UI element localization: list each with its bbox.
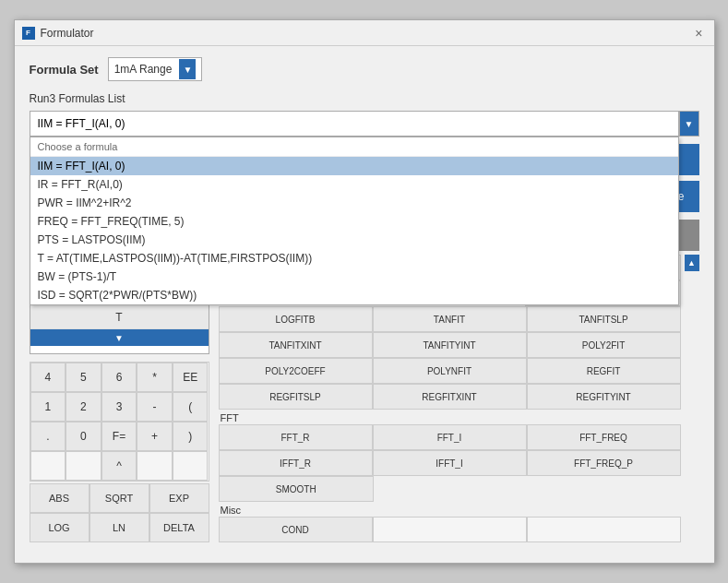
content-area: Formula Set 1mA Range ▼ Run3 Formulas Li… [15,46,714,553]
dropdown-item-5[interactable]: T = AT(TIME,LASTPOS(IIM))-AT(TIME,FIRSTP… [30,249,678,268]
formula-input-container: ▼ Choose a formula IIM = FFT_I(AI, 0) IR… [30,111,699,137]
fit-row-3: LOGFITB TANFIT TANFITSLP [219,306,681,332]
fn-TANFITYINT[interactable]: TANFITYINT [373,332,527,358]
fn-IFFT_R[interactable]: IFFT_R [219,450,373,476]
formula-set-row: Formula Set 1mA Range ▼ [30,57,699,81]
numpad-empty-4 [173,451,209,481]
fn-REGFITXINT[interactable]: REGFITXINT [373,384,527,410]
fn-FFT_R[interactable]: FFT_R [219,424,373,450]
fit-row-4: TANFITXINT TANFITYINT POLY2FIT [219,332,681,358]
dropdown-item-7[interactable]: ISD = SQRT(2*PWR/(PTS*BW)) [30,286,678,304]
fn-REGFITYINT[interactable]: REGFITYINT [527,384,681,410]
numpad-3[interactable]: 3 [101,392,137,422]
fft-section-label: FFT [219,410,681,424]
fn-misc-empty-2 [527,517,681,542]
numpad-EE[interactable]: EE [173,363,209,392]
misc-section-label: Misc [219,502,681,517]
numpad-rparen[interactable]: ) [173,422,209,451]
fn-TANFIT[interactable]: TANFIT [373,306,527,332]
func-LOG[interactable]: LOG [30,513,90,542]
misc-row-1: COND [219,517,681,542]
numpad-2[interactable]: 2 [66,392,101,422]
numpad-minus[interactable]: - [137,392,173,422]
dropdown-item-1[interactable]: IR = FFT_R(AI,0) [30,175,678,194]
func-SQRT[interactable]: SQRT [90,483,149,513]
numpad-mul[interactable]: * [137,363,173,392]
fn-IFFT_I[interactable]: IFFT_I [373,450,527,476]
formula-input[interactable] [30,111,679,137]
numpad-plus[interactable]: + [137,422,173,451]
fn-REGFITSLP[interactable]: REGFITSLP [219,384,373,410]
fn-LOGFITB[interactable]: LOGFITB [219,306,373,332]
formula-dropdown-arrow[interactable]: ▼ [679,111,699,137]
title-bar-left: F Formulator [22,27,94,40]
formula-dropdown-list: Choose a formula IIM = FFT_I(AI, 0) IR =… [30,137,679,305]
numpad-lparen[interactable]: ( [173,392,209,422]
fn-FFT_FREQ_P[interactable]: FFT_FREQ_P [527,450,681,476]
func-EXP[interactable]: EXP [149,483,209,513]
formula-set-value: 1mA Range [114,63,173,76]
fn-POLY2COEFF[interactable]: POLY2COEFF [219,358,373,384]
fn-TANFITSLP[interactable]: TANFITSLP [527,306,681,332]
numpad-0[interactable]: 0 [66,422,101,451]
fn-misc-empty-1 [373,517,527,542]
numpad-empty-2 [66,451,101,481]
fn-COND[interactable]: COND [219,517,373,542]
window-title: Formulator [41,27,94,40]
numpad-6[interactable]: 6 [101,363,137,392]
dropdown-header: Choose a formula [30,137,678,157]
formula-set-arrow[interactable]: ▼ [179,59,196,79]
fn-TANFITXINT[interactable]: TANFITXINT [219,332,373,358]
fft-row-2: IFFT_R IFFT_I FFT_FREQ_P [219,450,681,476]
fft-row-1: FFT_R FFT_I FFT_FREQ [219,424,681,450]
func-LN[interactable]: LN [90,513,149,542]
fn-POLY2FIT[interactable]: POLY2FIT [527,332,681,358]
fit-row-6: REGFITSLP REGFITXINT REGFITYINT [219,384,681,410]
fit-row-5: POLY2COEFF POLYNFIT REGFIT [219,358,681,384]
dropdown-item-4[interactable]: PTS = LASTPOS(IIM) [30,231,678,249]
numpad-row-2: 1 2 3 - ( [30,392,209,422]
fn-POLYNFIT[interactable]: POLYNFIT [373,358,527,384]
var-scroll-down[interactable]: ▼ [30,329,209,346]
numpad-5[interactable]: 5 [66,363,101,392]
numpad-Feq[interactable]: F= [101,422,137,451]
func-row-1: ABS SQRT EXP [30,483,209,513]
run3-label: Run3 Formulas List [30,92,699,105]
fft-row-3: SMOOTH [219,476,681,502]
func-ABS[interactable]: ABS [30,483,90,513]
formula-set-dropdown[interactable]: 1mA Range ▼ [108,57,203,81]
dropdown-item-3[interactable]: FREQ = FFT_FREQ(TIME, 5) [30,212,678,231]
numpad-4[interactable]: 4 [30,363,66,392]
fn-FFT_I[interactable]: FFT_I [373,424,527,450]
fn-SMOOTH[interactable]: SMOOTH [219,476,374,502]
app-icon: F [22,27,35,40]
fn-FFT_FREQ[interactable]: FFT_FREQ [527,424,681,450]
numpad-row-1: 4 5 6 * EE [30,363,209,392]
formulator-window: F Formulator × Formula Set 1mA Range ▼ R… [14,19,715,564]
numpad-empty-1 [30,451,66,481]
numpad-area: 4 5 6 * EE 1 2 3 - ( . 0 [30,362,209,482]
numpad-1[interactable]: 1 [30,392,66,422]
numpad-empty-3 [137,451,173,481]
fn-REGFIT[interactable]: REGFIT [527,358,681,384]
dropdown-item-2[interactable]: PWR = IIM^2+IR^2 [30,194,678,212]
dropdown-item-6[interactable]: BW = (PTS-1)/T [30,268,678,286]
title-bar: F Formulator × [15,20,714,46]
dropdown-item-0[interactable]: IIM = FFT_I(AI, 0) [30,157,678,175]
func-DELTA[interactable]: DELTA [149,513,209,542]
numpad-dot[interactable]: . [30,422,66,451]
formula-set-label: Formula Set [30,63,99,77]
func-buttons-area: ABS SQRT EXP LOG LN DELTA [30,483,209,542]
numpad-row-4: ^ [30,451,209,481]
numpad-row-3: . 0 F= + ) [30,422,209,451]
var-T[interactable]: T [30,306,209,329]
func-row-2: LOG LN DELTA [30,513,209,542]
numpad-caret[interactable]: ^ [101,451,137,481]
scroll-right-panel: ▲ [685,255,699,542]
scroll-up-button[interactable]: ▲ [685,255,699,271]
close-button[interactable]: × [691,26,706,41]
